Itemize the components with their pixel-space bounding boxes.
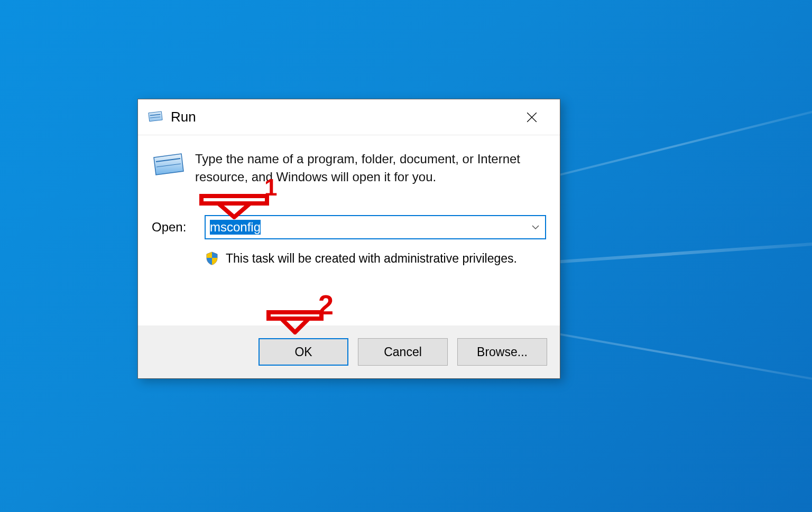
admin-note-row: This task will be created with administr… bbox=[205, 251, 546, 266]
open-combobox[interactable] bbox=[205, 215, 546, 239]
run-icon bbox=[147, 111, 163, 124]
desktop-background: Run bbox=[0, 0, 812, 512]
dialog-title: Run bbox=[171, 109, 196, 125]
open-row: Open: bbox=[152, 215, 546, 239]
open-label: Open: bbox=[152, 220, 193, 235]
admin-note: This task will be created with administr… bbox=[226, 252, 517, 266]
ok-button[interactable]: OK bbox=[259, 338, 348, 366]
browse-button[interactable]: Browse... bbox=[457, 338, 547, 366]
run-dialog: Run bbox=[137, 99, 560, 379]
open-input[interactable] bbox=[205, 215, 546, 239]
dialog-content: Type the name of a program, folder, docu… bbox=[138, 135, 560, 325]
button-bar: OK Cancel Browse... bbox=[138, 325, 560, 378]
run-large-icon bbox=[152, 152, 186, 179]
cancel-button[interactable]: Cancel bbox=[358, 338, 448, 366]
chevron-down-icon[interactable] bbox=[530, 222, 541, 232]
shield-icon bbox=[205, 251, 219, 266]
close-button[interactable] bbox=[508, 99, 556, 135]
description-row: Type the name of a program, folder, docu… bbox=[152, 150, 546, 185]
dialog-description: Type the name of a program, folder, docu… bbox=[195, 150, 546, 185]
title-bar[interactable]: Run bbox=[138, 99, 560, 135]
